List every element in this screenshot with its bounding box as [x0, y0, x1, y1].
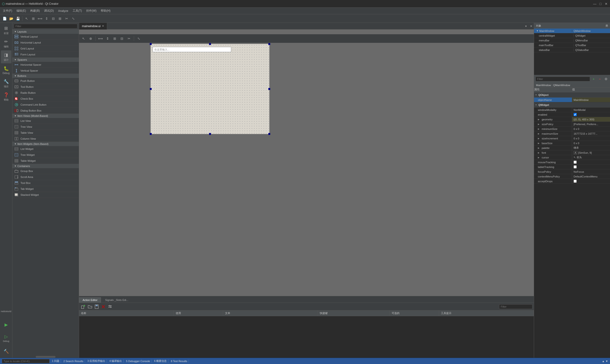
tablettracking-checkbox[interactable]	[574, 165, 577, 169]
prop-row-acceptdrops[interactable]: acceptDrops	[534, 179, 610, 184]
widget-tab-widget[interactable]: Tab Widget	[12, 186, 79, 192]
ae-delete-btn[interactable]	[100, 304, 106, 310]
prop-row-palette[interactable]: ▶ palette 继承	[534, 146, 610, 150]
maximize-button[interactable]: □	[598, 2, 602, 6]
prop-group-qwidget[interactable]: ▼ QWidget	[534, 102, 610, 107]
activity-edit[interactable]: ✏ 编辑	[1, 37, 12, 50]
status-test-results[interactable]: 8 Test Results	[169, 360, 189, 363]
prop-value-enabled[interactable]	[572, 112, 610, 117]
toolbar-break-layout-btn[interactable]: ✂	[64, 15, 70, 22]
toolbar-pointer-btn[interactable]: ↖	[24, 15, 30, 22]
canvas-btn-layout-v[interactable]: ⇕	[105, 36, 111, 42]
obj-row-menubar[interactable]: menuBar QMenuBar	[534, 38, 610, 43]
status-problems[interactable]: 1 问题	[51, 359, 61, 363]
prop-settings-btn[interactable]: ⚙	[603, 76, 609, 82]
widget-tool-button[interactable]: Tool Button	[12, 84, 79, 90]
handle-bot-right[interactable]	[268, 133, 270, 135]
activity-debug2[interactable]: ▷ Debug	[1, 332, 12, 344]
section-containers[interactable]: Containers	[12, 164, 79, 168]
obj-row-statusbar[interactable]: statusBar QStatusBar	[534, 48, 610, 52]
widget-tree-widget[interactable]: Tree Widget	[12, 152, 79, 158]
obj-row-centralwidget[interactable]: centralWidget QWidget	[534, 33, 610, 38]
section-item-widgets[interactable]: Item Widgets (Item-Based)	[12, 142, 79, 146]
widget-form-layout[interactable]: Form Layout	[12, 52, 79, 58]
menu-edit[interactable]: 编辑(E)	[14, 8, 28, 13]
toolbar-widget-btn[interactable]: ⊞	[30, 15, 36, 22]
toolbar-adjust-size-btn[interactable]: ⤡	[70, 15, 76, 22]
prop-row-enabled[interactable]: enabled	[534, 112, 610, 117]
status-down-btn[interactable]: ▼	[606, 360, 608, 363]
menu-build[interactable]: 构建(B)	[28, 8, 42, 13]
status-debugger[interactable]: 5 Debugger Console	[124, 360, 152, 363]
prop-row-contextmenupolicy[interactable]: contextMenuPolicy DefaultContextMenu	[534, 174, 610, 179]
status-compile-output[interactable]: 4 编译输出	[108, 359, 123, 363]
ae-settings-btn[interactable]	[107, 304, 113, 310]
obj-row-mainwindow[interactable]: ▼ MainWindow QMainWindow	[534, 28, 610, 33]
section-item-views[interactable]: Item Views (Model-Based)	[12, 114, 79, 118]
form-container[interactable]: 在这里输入...	[150, 44, 270, 134]
activity-projects[interactable]: 🔧 项目	[1, 77, 12, 90]
prop-row-windowmodality[interactable]: windowModality NonModal	[534, 107, 610, 112]
menu-help[interactable]: 帮助(H)	[99, 8, 112, 13]
toolbar-save-btn[interactable]: 💾	[15, 15, 21, 22]
toolbar-layout-form-btn[interactable]: ⊞	[57, 15, 63, 22]
canvas-btn-layout-grid[interactable]: ⊞	[112, 36, 118, 42]
widget-table-widget[interactable]: Table Widget	[12, 158, 79, 164]
widget-stacked-widget[interactable]: Stacked Widget	[12, 192, 79, 198]
widget-tree-view[interactable]: Tree View	[12, 124, 79, 130]
ae-save-btn[interactable]	[94, 304, 99, 310]
widget-tool-box[interactable]: Tool Box	[12, 180, 79, 186]
ae-new-btn[interactable]	[81, 304, 86, 310]
prop-row-focuspolicy[interactable]: focusPolicy NoFocus	[534, 169, 610, 174]
canvas-btn-layout-form[interactable]: ⊟	[119, 36, 125, 42]
section-layouts[interactable]: Layouts	[12, 29, 79, 34]
widget-scroll-area[interactable]: Scroll Area	[12, 174, 79, 180]
menu-debug[interactable]: 调试(D)	[42, 8, 56, 13]
mousetracking-checkbox[interactable]	[574, 161, 577, 164]
menu-widgets[interactable]: 控件(W)	[84, 8, 98, 13]
prop-value-mousetracking[interactable]	[572, 160, 610, 164]
activity-helloworld[interactable]: HelloWorld	[1, 305, 12, 318]
menu-tools[interactable]: 工具(T)	[71, 8, 84, 13]
widget-table-view[interactable]: Table View	[12, 130, 79, 136]
toolbar-layout-v-btn[interactable]: ⇕	[44, 15, 50, 22]
activity-help[interactable]: ❓ 帮助	[1, 91, 12, 103]
tab-close-icon[interactable]: ✕	[102, 25, 104, 28]
canvas-btn-break[interactable]: ✂	[126, 36, 132, 42]
prop-remove-btn[interactable]: −	[597, 76, 602, 82]
prop-value-acceptdrops[interactable]	[572, 179, 610, 183]
handle-top-mid[interactable]	[209, 43, 211, 45]
handle-top-right[interactable]	[268, 43, 270, 45]
widget-column-view[interactable]: Column View	[12, 136, 79, 142]
prop-row-maximumsize[interactable]: ▶ maximumSize 16777215 x 16777...	[534, 131, 610, 136]
ae-filter-input[interactable]	[499, 304, 532, 309]
prop-row-sizeincrement[interactable]: ▶ sizeIncrement 0 x 0	[534, 136, 610, 141]
widget-push-button[interactable]: Push Button	[12, 78, 79, 84]
close-button[interactable]: ✕	[604, 2, 608, 6]
activity-design[interactable]: ◨ 设计	[1, 51, 12, 63]
widget-horizontal-layout[interactable]: Horizontal Layout	[12, 40, 79, 46]
prop-row-font[interactable]: ▶ font A [SimSun, 9]	[534, 150, 610, 155]
prop-filter-input[interactable]	[535, 77, 590, 81]
menu-file[interactable]: 文件(F)	[1, 8, 14, 13]
status-search-input[interactable]	[2, 359, 50, 363]
prop-add-btn[interactable]: +	[591, 76, 596, 82]
widget-horizontal-spacer[interactable]: Horizontal Spacer	[12, 62, 79, 68]
toolbar-new-btn[interactable]: 📄	[1, 15, 8, 22]
prop-row-minimumsize[interactable]: ▶ minimumSize 0 x 0	[534, 127, 610, 131]
canvas-btn-layout-h[interactable]: ⟺	[97, 36, 104, 42]
widget-check-box[interactable]: Check Box	[12, 96, 79, 102]
prop-row-cursor[interactable]: ▶ cursor ↖ 前头	[534, 155, 610, 160]
design-canvas[interactable]: ↖ ⊕ ⟺ ⇕ ⊞ ⊟ ✂ ⤡	[79, 29, 534, 296]
handle-bot-left[interactable]	[150, 133, 152, 135]
prop-row-sizepolicy[interactable]: ▶ sizePolicy [Preferred, Preferre...	[534, 122, 610, 127]
canvas-inner[interactable]: 在这里输入...	[150, 44, 270, 134]
widget-radio-button[interactable]: Radio Button	[12, 90, 79, 96]
widget-filter-input[interactable]	[14, 24, 77, 28]
acceptdrops-checkbox[interactable]	[574, 180, 577, 183]
status-general[interactable]: 6 概要信息	[153, 359, 168, 363]
widget-vertical-layout[interactable]: Vertical Layout	[12, 34, 79, 40]
widget-group-box[interactable]: Group Box	[12, 168, 79, 174]
toolbar-open-btn[interactable]: 📂	[8, 15, 14, 22]
prop-row-objectname[interactable]: objectName MainWindow	[534, 98, 610, 102]
